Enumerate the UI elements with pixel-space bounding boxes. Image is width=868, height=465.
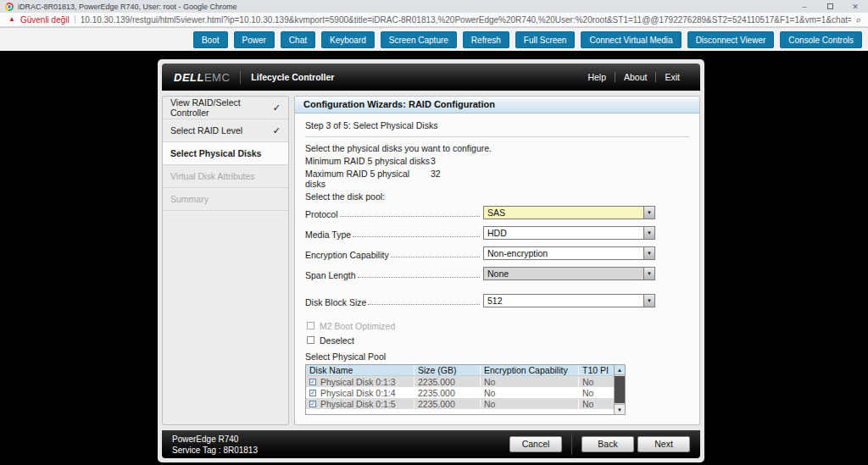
refresh-button[interactable]: Refresh [463,31,509,48]
form-field-disk-block-size: Disk Block Size 512 ▼ [305,294,655,307]
row-checkbox[interactable]: ✓ [309,379,316,385]
disk-name-cell: Physical Disk 0:1:4 [320,388,396,398]
field-label: Protocol [305,209,338,219]
column-header-disk-name[interactable]: Disk Name [306,365,414,375]
form-field-media-type: Media Type HDD ▼ [305,226,655,240]
exit-link[interactable]: Exit [656,72,688,82]
table-row[interactable]: ✓ Physical Disk 0:1:3 2235.000 No No [306,376,625,387]
row-checkbox[interactable]: ✓ [309,401,316,407]
security-warning-label[interactable]: Güvenli değil [20,15,70,25]
protocol-select[interactable]: SAS ▼ [483,206,655,219]
dotted-leader [340,216,480,217]
sidebar-item-summary: Summary [163,188,288,211]
field-label: Span Length [305,270,356,280]
t10-cell: No [578,377,613,387]
disconnect-viewer-button[interactable]: Disconnect Viewer [687,31,775,48]
physical-disk-table: Disk Name Size (GB) Encryption Capabilit… [305,364,626,415]
full-screen-button[interactable]: Full Screen [515,31,576,48]
dropdown-arrow-icon[interactable]: ▼ [643,207,654,219]
span-length-select: None ▼ [483,267,655,280]
empty-table-row [306,409,625,414]
cancel-button[interactable]: Cancel [509,436,562,452]
row-checkbox[interactable]: ✓ [309,390,316,396]
boot-button[interactable]: Boot [193,31,228,48]
scrollbar-thumb[interactable] [615,376,625,403]
m2-boot-optimized-checkbox [307,322,314,329]
form-field-encryption-capability: Encryption Capability Non-encryption ▼ [305,246,655,260]
help-link[interactable]: Help [579,72,615,82]
table-row[interactable]: ✓ Physical Disk 0:1:4 2235.000 No No [306,387,625,398]
table-scrollbar[interactable]: ▲ ▼ [614,365,625,414]
deselect-checkbox-row: Deselect [307,335,689,346]
sidebar-item-select-raid-level[interactable]: Select RAID Level ✓ [163,119,288,142]
select-value: HDD [487,228,507,238]
chat-button[interactable]: Chat [281,31,315,48]
table-row[interactable]: ✓ Physical Disk 0:1:5 2235.000 No No [306,398,625,409]
checkbox-label: Deselect [320,335,354,346]
minimize-button[interactable]: – [792,0,817,13]
checkbox-label: M2 Boot Optimized [320,321,395,331]
max-disks-label: Maximum RAID 5 physical disks [305,169,431,189]
page-zoom-icon[interactable]: ⌕ [856,14,861,25]
console-controls-button[interactable]: Console Controls [780,31,862,48]
dropdown-arrow-icon[interactable]: ▼ [643,227,654,239]
emc-logo-text: EMC [204,71,230,84]
connect-virtual-media-button[interactable]: Connect Virtual Media [581,31,681,48]
disk-block-size-select[interactable]: 512 ▼ [483,294,655,307]
maximize-button[interactable] [817,0,843,13]
deselect-checkbox[interactable] [307,336,314,344]
sidebar-item-view-raid-select-controller[interactable]: View RAID/Select Controller ✓ [163,97,288,119]
window-title: iDRAC-8R01813, PowerEdge R740, User: roo… [18,3,237,11]
lifecycle-controller-window: DELL EMC Lifecycle Controller Help About… [158,59,704,462]
column-header-t10-pi[interactable]: T10 PI [578,365,613,375]
lc-header: DELL EMC Lifecycle Controller Help About… [162,64,700,91]
sidebar-item-select-physical-disks[interactable]: Select Physical Disks [163,142,288,165]
encryption-capability-select[interactable]: Non-encryption ▼ [483,246,655,260]
min-disks-label: Minimum RAID 5 physical disks [305,156,431,166]
lc-body: View RAID/Select Controller ✓ Select RAI… [162,96,700,425]
footer-button-separator [571,435,572,455]
wizard-buttons: Cancel Back Next [509,435,690,455]
dropdown-arrow-icon[interactable]: ▼ [643,295,654,307]
header-links: Help About Exit [579,72,688,82]
product-title: Lifecycle Controller [251,72,334,82]
sidebar-item-label: Select RAID Level [170,125,273,136]
about-link[interactable]: About [615,72,655,82]
wizard-sidebar: View RAID/Select Controller ✓ Select RAI… [162,96,289,425]
maximize-icon [827,3,833,9]
close-button[interactable]: ✕ [843,0,868,13]
wizard-main-panel: Configuration Wizards: RAID Configuratio… [294,96,700,425]
step-complete-check-icon: ✓ [273,125,281,136]
t10-cell: No [578,399,613,409]
select-value: SAS [487,208,505,218]
scroll-up-icon[interactable]: ▲ [615,365,625,375]
select-value: 512 [487,296,503,306]
chrome-logo-icon [5,3,14,11]
column-header-size[interactable]: Size (GB) [414,365,480,375]
field-label: Media Type [305,230,351,240]
dropdown-arrow-icon[interactable]: ▼ [643,247,654,259]
lc-footer: PowerEdge R740 Service Tag : 8R01813 Can… [162,430,700,458]
scroll-down-icon[interactable]: ▼ [615,404,625,414]
column-header-encryption[interactable]: Encryption Capability [480,365,578,375]
media-type-select[interactable]: HDD ▼ [483,226,655,240]
browser-titlebar: iDRAC-8R01813, PowerEdge R740, User: roo… [0,0,868,13]
sidebar-item-label: Summary [170,194,281,204]
encryption-cell: No [480,388,578,398]
keyboard-button[interactable]: Keyboard [321,31,375,48]
screen-capture-button[interactable]: Screen Capture [381,31,457,48]
dotted-leader [353,236,480,237]
address-url[interactable]: 10.10.30.139/restgui/html5viewer.html?ip… [81,15,851,25]
step-complete-check-icon: ✓ [273,102,281,113]
select-physical-pool-label: Select Physical Pool [305,352,689,362]
sidebar-item-label: View RAID/Select Controller [170,97,273,118]
disk-pool-prompt: Select the disk pool: [305,191,689,202]
field-label: Disk Block Size [305,297,366,307]
power-button[interactable]: Power [234,31,275,48]
security-warning-icon[interactable]: ▲ [8,16,15,23]
encryption-cell: No [480,399,578,409]
system-info: PowerEdge R740 Service Tag : 8R01813 [172,434,258,456]
next-button[interactable]: Next [637,436,690,452]
console-viewport: DELL EMC Lifecycle Controller Help About… [0,51,868,465]
back-button[interactable]: Back [581,436,634,452]
